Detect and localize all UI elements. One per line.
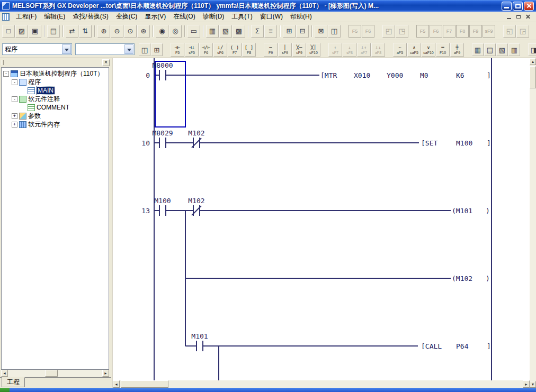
- menu-item-diagnostics[interactable]: 诊断(D): [199, 11, 228, 22]
- print-button[interactable]: ▤: [47, 25, 60, 38]
- edit-button-2[interactable]: ⇅: [79, 25, 92, 38]
- program-check-button[interactable]: Σ: [251, 25, 264, 38]
- project-tab[interactable]: 工程: [2, 377, 25, 387]
- menu-item-find-replace[interactable]: 查找/替换(S): [69, 11, 112, 22]
- sfc-mode-button[interactable]: ▩: [233, 25, 245, 38]
- ladder-f10-button[interactable]: ═F10: [436, 43, 450, 57]
- menu-item-help[interactable]: 帮助(H): [287, 11, 316, 22]
- tree-item-main[interactable]: MAIN: [2, 86, 109, 95]
- window-tile-button[interactable]: ◫: [328, 25, 341, 38]
- grid-button-2[interactable]: ⊟: [296, 25, 309, 38]
- edit-button-1[interactable]: ⇄: [66, 25, 78, 38]
- dropdown-arrow-icon[interactable]: [124, 44, 133, 54]
- panel-grip[interactable]: [2, 60, 4, 65]
- panel-close-button[interactable]: ×: [102, 59, 110, 66]
- ladder-af9-button[interactable]: ╪aF9: [450, 43, 464, 57]
- tree-item-comment[interactable]: COMMENT: [2, 103, 109, 112]
- open-project-button[interactable]: ▨: [15, 25, 28, 38]
- ladder-coil-button[interactable]: ( )F7: [228, 43, 242, 57]
- windows-taskbar[interactable]: [0, 388, 536, 392]
- editor-vertical-scrollbar[interactable]: ▲ ▼: [530, 58, 536, 388]
- ladder-canvas[interactable]: 0 M8000 [MTR X010 Y000 M0 K6 ] 10 M8029 …: [113, 58, 530, 380]
- scroll-down-button[interactable]: ▼: [530, 381, 536, 388]
- statement-button[interactable]: ≡: [264, 25, 277, 38]
- ladder-closed-contact-button[interactable]: ⊣/⊢F6: [199, 43, 213, 57]
- toolbar2-button-4[interactable]: ▥: [508, 43, 520, 56]
- scrollbar-track[interactable]: [530, 65, 536, 381]
- scroll-up-button[interactable]: ▲: [530, 58, 536, 65]
- program-type-dropdown[interactable]: 程序: [2, 43, 72, 55]
- ladder-hline-button[interactable]: ─F9: [264, 43, 278, 57]
- scrollbar-thumb[interactable]: [530, 66, 536, 88]
- expander-icon[interactable]: +: [12, 113, 17, 119]
- ladder-caf10-button[interactable]: ∨caF10: [422, 43, 435, 57]
- menu-item-project[interactable]: 工程(F): [12, 11, 40, 22]
- scrollbar-thumb[interactable]: [45, 370, 58, 377]
- editor-horizontal-scrollbar[interactable]: ◄ ►: [113, 380, 530, 388]
- ladder-instruction-button[interactable]: [ ]F8: [242, 43, 256, 57]
- ladder-caf5-button[interactable]: ∧caF5: [407, 43, 421, 57]
- scrollbar-track[interactable]: [8, 370, 102, 377]
- expander-icon[interactable]: +: [12, 122, 17, 127]
- mdi-minimize-button[interactable]: [505, 13, 513, 21]
- maximize-button[interactable]: [513, 2, 523, 11]
- toolbar2-button-5[interactable]: ◨: [528, 43, 536, 56]
- child-window-icon[interactable]: [2, 13, 10, 21]
- ladder-parallel-open-contact-button[interactable]: ⊣⊥sF5: [185, 43, 199, 57]
- scroll-right-button[interactable]: ►: [102, 370, 109, 377]
- monitor-icon: ▭: [191, 27, 197, 35]
- save-project-button[interactable]: ▣: [29, 25, 41, 38]
- scroll-left-button[interactable]: ◄: [1, 370, 8, 377]
- tree-item-root[interactable]: - 日本顺送机控制程序（110T）: [2, 69, 109, 78]
- menu-item-edit[interactable]: 编辑(E): [40, 11, 69, 22]
- expander-icon[interactable]: -: [12, 96, 17, 102]
- grid-button-1[interactable]: ⊞: [283, 25, 296, 38]
- new-project-button[interactable]: □: [2, 25, 15, 38]
- window-switch-button[interactable]: ◫: [139, 43, 150, 56]
- minimize-button[interactable]: [502, 2, 512, 11]
- panel-horizontal-scrollbar[interactable]: ◄ ►: [1, 370, 109, 377]
- close-button[interactable]: [524, 2, 534, 11]
- ladder-delete-vline-button[interactable]: ╳│cF10: [307, 43, 320, 57]
- find-replace-button[interactable]: ◎: [169, 25, 182, 38]
- toolbar2-button-2[interactable]: ▤: [484, 43, 496, 56]
- ladder-editor[interactable]: 0 M8000 [MTR X010 Y000 M0 K6 ] 10 M8029 …: [113, 58, 530, 380]
- menu-item-view[interactable]: 显示(V): [141, 11, 169, 22]
- ladder-vline-button[interactable]: │sF9: [278, 43, 292, 57]
- instruction-list-button[interactable]: ▧: [219, 25, 232, 38]
- mdi-close-button[interactable]: [524, 13, 532, 21]
- tree-item-program[interactable]: - 程序: [2, 78, 109, 86]
- tree-item-parameter[interactable]: + 参数: [2, 112, 109, 120]
- monitor-button[interactable]: ▭: [187, 25, 200, 38]
- ladder-delete-hline-button[interactable]: ╳─cF9: [292, 43, 306, 57]
- ladder-open-contact-button[interactable]: ⊣⊢F5: [171, 43, 184, 57]
- ladder-af5-button[interactable]: ∼aF5: [393, 43, 407, 57]
- tree-item-device-memory[interactable]: + 软元件内存: [2, 120, 109, 129]
- mdi-restore-button[interactable]: [514, 13, 523, 21]
- expander-icon[interactable]: -: [12, 79, 17, 85]
- menu-item-window[interactable]: 窗口(W): [256, 11, 287, 22]
- menu-item-convert[interactable]: 变换(C): [112, 11, 141, 22]
- dropdown-arrow-icon[interactable]: [62, 44, 71, 54]
- zoom-100-button[interactable]: ⊙: [124, 25, 137, 38]
- menu-item-tools[interactable]: 工具(T): [228, 11, 256, 22]
- ladder-mode-button[interactable]: ▦: [206, 25, 219, 38]
- zoom-fit-button[interactable]: ⊛: [137, 25, 150, 38]
- find-button[interactable]: ◉: [156, 25, 168, 38]
- scroll-right-button[interactable]: ►: [523, 380, 530, 388]
- expander-icon[interactable]: -: [3, 71, 9, 77]
- ladder-parallel-closed-contact-button[interactable]: ⊥/sF6: [213, 43, 227, 57]
- ladder-grid-button[interactable]: ⊞: [151, 43, 163, 56]
- zoom-in-button[interactable]: ⊕: [97, 25, 110, 38]
- toolbar2-button-3[interactable]: ▧: [496, 43, 508, 56]
- start-button[interactable]: [0, 388, 10, 392]
- toolbar2-button-1[interactable]: ▦: [472, 43, 484, 56]
- tree-item-device-comment[interactable]: - 软元件注释: [2, 95, 109, 103]
- scroll-left-button[interactable]: ◄: [113, 380, 120, 388]
- device-dropdown[interactable]: [75, 43, 135, 55]
- zoom-out-button[interactable]: ⊖: [111, 25, 123, 38]
- scrollbar-track[interactable]: [120, 380, 523, 388]
- menu-item-online[interactable]: 在线(O): [169, 11, 199, 22]
- scrollbar-thumb[interactable]: [121, 380, 168, 388]
- comment-display-button[interactable]: ⊠: [315, 25, 327, 38]
